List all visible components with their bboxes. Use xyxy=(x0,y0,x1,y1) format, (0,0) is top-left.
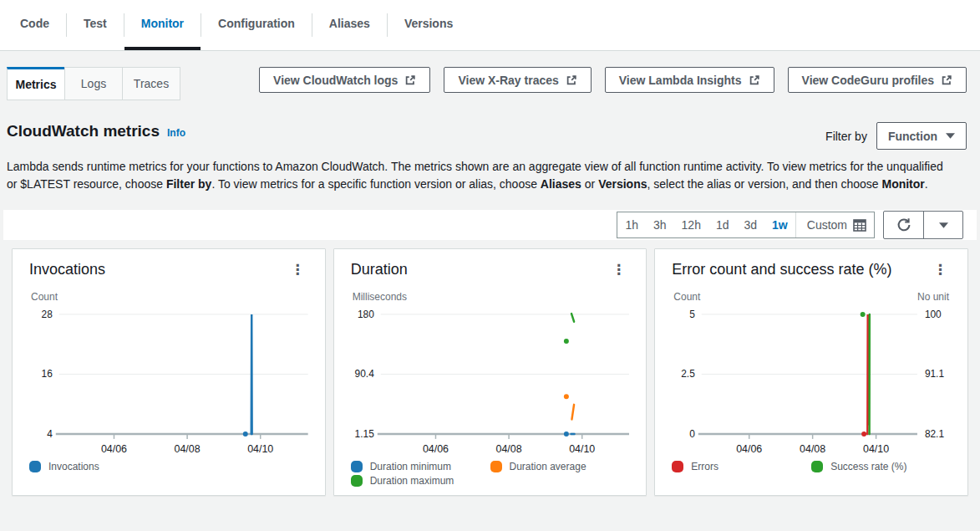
legend-color-icon xyxy=(29,461,41,472)
legend-color-icon xyxy=(351,461,363,472)
data-line xyxy=(868,314,869,434)
time-range-3d[interactable]: 3d xyxy=(737,212,765,237)
legend-item-duration-average[interactable]: Duration average xyxy=(490,461,630,472)
monitor-subtabs: Metrics Logs Traces xyxy=(7,67,180,100)
legend-item-errors[interactable]: Errors xyxy=(672,461,811,472)
refresh-controls xyxy=(883,211,963,239)
data-point xyxy=(243,431,248,437)
x-tick-label: 04/08 xyxy=(175,443,201,455)
data-line xyxy=(571,314,574,322)
legend-color-icon xyxy=(351,475,363,487)
y-axis-label-right: No unit xyxy=(917,291,949,303)
legend-item-duration-maximum[interactable]: Duration maximum xyxy=(351,475,490,487)
kebab-menu-icon[interactable]: ⋮ xyxy=(608,261,629,278)
data-point xyxy=(564,339,569,344)
metrics-description: Lambda sends runtime metrics for your fu… xyxy=(7,158,947,193)
data-point xyxy=(862,431,867,437)
chart-plot: 52.5010091.182.104/0604/0804/10 xyxy=(672,306,951,459)
legend-item-success-rate[interactable]: Success rate (%) xyxy=(811,461,951,472)
subtab-metrics[interactable]: Metrics xyxy=(7,67,65,100)
legend-label: Errors xyxy=(691,461,718,472)
view-cloudwatch-logs-button[interactable]: View CloudWatch logs xyxy=(259,67,430,93)
data-point xyxy=(564,431,569,437)
chart-title: Duration xyxy=(351,261,408,278)
dropdown-value: Function xyxy=(888,130,937,143)
legend-label: Success rate (%) xyxy=(830,461,906,472)
x-tick-label: 04/06 xyxy=(737,443,763,455)
refresh-button[interactable] xyxy=(884,212,923,238)
custom-label: Custom xyxy=(807,218,847,232)
charts-row: Invocations⋮Count2816404/0604/0804/10Inv… xyxy=(12,248,968,496)
chart-legend: ErrorsSuccess rate (%) xyxy=(672,461,951,472)
button-label: View X-Ray traces xyxy=(458,74,558,87)
data-line xyxy=(571,405,574,420)
kebab-menu-icon[interactable]: ⋮ xyxy=(287,261,308,278)
filter-by-label: Filter by xyxy=(825,130,867,143)
refresh-icon xyxy=(896,217,912,233)
function-tab-bar: Code Test Monitor Configuration Aliases … xyxy=(0,0,980,51)
legend-label: Duration minimum xyxy=(370,461,451,472)
subtab-logs[interactable]: Logs xyxy=(64,67,123,100)
kebab-menu-icon[interactable]: ⋮ xyxy=(930,261,951,278)
external-link-icon xyxy=(941,74,952,86)
chart-legend: Duration minimumDuration averageDuration… xyxy=(351,461,630,487)
view-codeguru-profiles-button[interactable]: View CodeGuru profiles xyxy=(788,67,967,93)
x-tick-label: 04/10 xyxy=(247,443,273,455)
y-tick-label: 5 xyxy=(690,309,696,320)
chart-plot: 18090.41.1504/0604/0804/10 xyxy=(351,306,630,459)
time-range-1d[interactable]: 1d xyxy=(708,212,737,237)
chart-title: Error count and success rate (%) xyxy=(672,261,891,278)
chart-card-invocations: Invocations⋮Count2816404/0604/0804/10Inv… xyxy=(12,248,326,496)
external-view-buttons: View CloudWatch logs View X-Ray traces V… xyxy=(259,67,973,93)
function-filter-dropdown[interactable]: Function xyxy=(876,122,967,150)
y-axis-label-left: Count xyxy=(673,291,700,303)
y-axis-label-left: Milliseconds xyxy=(353,291,407,303)
subtab-traces[interactable]: Traces xyxy=(122,67,180,100)
y-tick-label: 1.15 xyxy=(354,428,374,440)
time-range-1h[interactable]: 1h xyxy=(617,212,646,237)
chart-legend: Invocations xyxy=(29,461,308,472)
y-tick-label: 16 xyxy=(42,368,53,380)
time-range-3h[interactable]: 3h xyxy=(646,212,674,237)
legend-color-icon xyxy=(672,461,683,472)
refresh-options-button[interactable] xyxy=(923,212,962,238)
chart-title: Invocations xyxy=(29,261,105,278)
y-tick-label-right: 82.1 xyxy=(925,428,945,440)
button-label: View CloudWatch logs xyxy=(273,74,398,87)
legend-item-invocations[interactable]: Invocations xyxy=(29,461,169,472)
y-tick-label: 90.4 xyxy=(354,368,374,380)
time-range-strip: 1h 3h 12h 1d 3d 1w Custom xyxy=(3,210,977,240)
x-tick-label: 04/10 xyxy=(569,443,595,455)
tab-configuration[interactable]: Configuration xyxy=(201,0,312,50)
tab-aliases[interactable]: Aliases xyxy=(312,0,387,50)
y-tick-label-right: 91.1 xyxy=(925,368,945,380)
chart-plot: 2816404/0604/0804/10 xyxy=(29,306,308,459)
data-point xyxy=(564,394,569,399)
tab-versions[interactable]: Versions xyxy=(388,0,470,50)
time-range-1w[interactable]: 1w xyxy=(764,212,795,237)
custom-range-button[interactable]: Custom xyxy=(795,212,874,237)
y-tick-label: 0 xyxy=(690,428,696,440)
external-link-icon xyxy=(566,74,577,86)
x-tick-label: 04/06 xyxy=(423,443,449,455)
tab-code[interactable]: Code xyxy=(3,0,66,50)
tab-test[interactable]: Test xyxy=(67,0,124,50)
external-link-icon xyxy=(749,74,760,86)
button-label: View Lambda Insights xyxy=(619,74,742,87)
external-link-icon xyxy=(404,74,416,86)
legend-color-icon xyxy=(811,461,823,472)
legend-label: Invocations xyxy=(48,461,99,472)
view-lambda-insights-button[interactable]: View Lambda Insights xyxy=(605,67,774,93)
info-link[interactable]: Info xyxy=(167,127,185,139)
chevron-down-icon xyxy=(946,133,955,139)
legend-item-duration-minimum[interactable]: Duration minimum xyxy=(351,461,490,472)
view-xray-traces-button[interactable]: View X-Ray traces xyxy=(444,67,591,93)
y-tick-label: 2.5 xyxy=(682,368,696,380)
time-range-12h[interactable]: 12h xyxy=(674,212,708,237)
x-tick-label: 04/08 xyxy=(800,443,825,455)
data-point xyxy=(861,312,866,317)
tab-monitor[interactable]: Monitor xyxy=(124,0,201,50)
y-tick-label: 28 xyxy=(42,309,53,320)
y-axis-label-left: Count xyxy=(31,291,58,303)
time-range-selector: 1h 3h 12h 1d 3d 1w Custom xyxy=(617,212,875,238)
